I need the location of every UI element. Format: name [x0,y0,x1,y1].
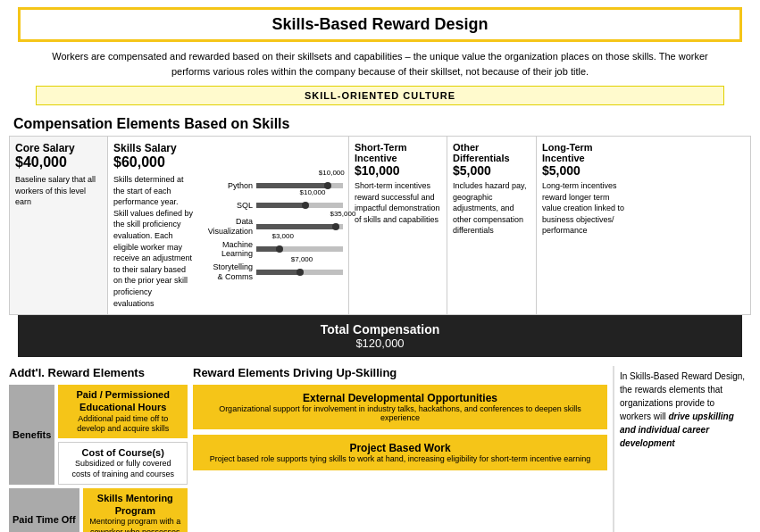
other-diff-title: Other Differentials [453,142,530,163]
addtl-item-course: Cost of Course(s) Subsidized or fully co… [58,442,188,485]
chart-fill-dataviz [256,224,334,229]
upskill-section: Reward Elements Driving Up-Skilling Exte… [193,366,607,532]
side-note: In Skills-Based Reward Design, the rewar… [613,366,751,532]
chart-fill-ml [256,246,278,252]
chart-label-dataviz: DataVisualization [201,217,256,237]
pto-row: Paid Time Off Skills Mentoring Program M… [9,488,188,532]
chart-value-sql: $10,000 [300,188,326,196]
addtl-item-course-desc: Subsidized or fully covered costs of tra… [64,459,181,479]
subtitle-text: Workers are compensated and rewarded bas… [18,42,742,82]
addtl-item-mentoring: Skills Mentoring Program Mentoring progr… [83,488,188,532]
chart-dot-storytelling [296,269,304,276]
upskill-item-external-desc: Organizational support for involvement i… [202,404,598,422]
core-salary-amount: $40,000 [15,154,102,170]
chart-bar-dataviz: $35,000 [256,219,343,235]
long-term-amount: $5,000 [542,163,630,178]
short-term-title: Short-Term Incentive [355,142,441,163]
skills-salary-title: Skills Salary [113,142,343,154]
total-comp-amount: $120,000 [25,337,735,350]
chart-row-sql: SQL $10,000 [201,197,343,213]
short-term-panel: Short-Term Incentive $10,000 Short-term … [349,137,447,314]
skills-salary-panel: Skills Salary $60,000 Skills determined … [108,137,349,314]
short-term-desc: Short-term incentives reward successful … [355,180,441,225]
total-comp-bar: Total Compensation $120,000 [18,315,742,357]
addtl-section-title: Addt'l. Reward Elements [9,366,188,379]
upskill-section-title: Reward Elements Driving Up-Skilling [193,366,607,379]
chart-value-dataviz: $35,000 [330,210,355,218]
upskill-item-project-desc: Project based role supports tying skills… [202,454,598,463]
other-diff-panel: Other Differentials $5,000 Includes haza… [447,137,537,314]
skills-salary-amount: $60,000 [113,154,343,170]
chart-label-ml: MachineLearning [201,240,256,260]
long-term-title: Long-Term Incentive [542,142,630,163]
page-title: Skills-Based Reward Design [18,7,742,42]
skills-salary-desc: Skills determined at the start of each p… [113,174,194,309]
chart-bar-storytelling: $7,000 [256,264,343,280]
chart-fill-sql [256,203,304,208]
upskill-item-project: Project Based Work Project based role su… [193,435,607,470]
skills-chart: Python $10,000 SQL $10,000 [201,174,343,309]
upskill-item-external: External Developmental Opportunities Org… [193,385,607,429]
comp-grid: Core Salary $40,000 Baseline salary that… [9,136,751,315]
long-term-panel: Long-Term Incentive $5,000 Long-term inc… [537,137,635,314]
addtl-item-edu-hours: Paid / Permissioned Educational Hours Ad… [58,385,188,438]
chart-label-python: Python [201,181,256,191]
addtl-item-edu-desc: Additional paid time off to develop and … [63,414,182,435]
chart-fill-storytelling [256,270,298,275]
bottom-section: Addt'l. Reward Elements Benefits Paid / … [0,361,760,532]
pto-items: Skills Mentoring Program Mentoring progr… [83,488,188,532]
total-comp-label: Total Compensation [25,322,735,337]
benefits-label: Benefits [9,385,54,485]
addtl-items-benefits: Paid / Permissioned Educational Hours Ad… [58,385,188,485]
core-salary-panel: Core Salary $40,000 Baseline salary that… [10,137,108,314]
chart-label-sql: SQL [201,201,256,211]
addtl-item-course-title: Cost of Course(s) [64,446,181,459]
title-section: Skills-Based Reward Design Workers are c… [0,0,760,112]
addtl-item-mentoring-desc: Mentoring program with a coworker who po… [88,517,182,532]
chart-value-ml: $3,000 [271,232,293,240]
core-salary-title: Core Salary [15,142,102,154]
benefits-row: Benefits Paid / Permissioned Educational… [9,385,188,485]
addtl-item-mentoring-title: Skills Mentoring Program [88,492,182,518]
culture-bar: SKILL-ORIENTED CULTURE [36,86,724,105]
chart-value-storytelling: $7,000 [291,255,313,263]
addtl-section: Addt'l. Reward Elements Benefits Paid / … [9,366,188,532]
upskill-items: External Developmental Opportunities Org… [193,385,607,470]
core-salary-desc: Baseline salary that all workers of this… [15,174,102,208]
chart-row-ml: MachineLearning $3,000 [201,240,343,260]
addtl-item-edu-title: Paid / Permissioned Educational Hours [63,388,182,414]
chart-row-storytelling: Storytelling& Comms $7,000 [201,262,343,282]
other-diff-amount: $5,000 [453,163,530,178]
other-diff-desc: Includes hazard pay, geographic adjustme… [453,180,530,237]
pto-label: Paid Time Off [9,488,79,532]
short-term-amount: $10,000 [355,163,441,178]
upskill-item-external-title: External Developmental Opportunities [202,392,598,404]
chart-value-python: $10,000 [319,169,345,177]
chart-label-storytelling: Storytelling& Comms [201,262,256,282]
upskill-item-project-title: Project Based Work [202,442,598,454]
comp-section-title: Compensation Elements Based on Skills [9,116,751,132]
comp-section: Compensation Elements Based on Skills Co… [0,112,760,361]
long-term-desc: Long-term incentives reward longer term … [542,180,630,237]
